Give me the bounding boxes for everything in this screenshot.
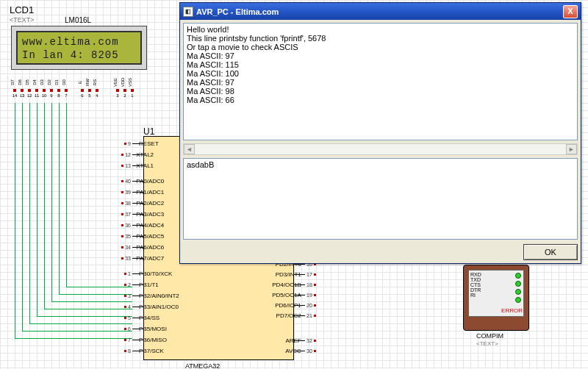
bus-wire [44, 103, 45, 309]
compim-leds [515, 273, 521, 303]
bus-wire [22, 103, 23, 331]
chip-pin-left: 7PB6/MISO [124, 337, 144, 343]
led-icon [515, 297, 521, 303]
terminal-input[interactable]: asdabB [183, 158, 578, 240]
lcd-terminals: D714D613D512D411D310D29D18D07 E6RW5RS4 V… [11, 72, 147, 98]
led-icon [515, 281, 521, 287]
chip-pin-left: 40PA0/ADC0 [121, 179, 144, 184]
chip-pin-right: PD3/INT117 [293, 272, 316, 277]
compim-pin: CTS [470, 282, 522, 287]
bus-wire [22, 331, 132, 332]
lcd-line2: In lan 4: 8205 [22, 49, 119, 61]
chip-pin-left: 36PA4/ADC4 [121, 223, 144, 228]
lcd-pin: VSS1 [129, 72, 136, 98]
terminal-output[interactable]: Hello world! This line printsby function… [183, 23, 578, 140]
chip-pin-right: PD4/OC1B18 [293, 282, 316, 287]
lcd-pin: D07 [62, 72, 70, 98]
chip-pin-left: 13XTAL1 [121, 163, 144, 168]
compim-module[interactable]: RXDTXDCTSDTRRI ERROR [463, 265, 529, 331]
compim-placeholder: <TEXT> [476, 340, 498, 347]
bus-wire [66, 103, 67, 287]
close-button[interactable]: X [563, 5, 578, 18]
chip-pin-left: 4PB3/AIN1/OC0 [124, 304, 144, 309]
bus-wire [66, 287, 132, 287]
compim-pin: RXD [470, 272, 522, 277]
app-icon: ◧ [183, 7, 193, 17]
chip-pin-left: 9RESET [124, 141, 144, 146]
chip-pin-left: 12XTAL2 [121, 152, 144, 157]
lcd-ref: LCD1 [10, 4, 34, 15]
chip-pin-right: PD5/OC1A19 [293, 293, 316, 298]
lcd-pin: RS4 [93, 72, 101, 98]
led-icon [515, 273, 521, 279]
bus-wire [15, 103, 15, 338]
chip-pin-left: 35PA5/ADC5 [121, 234, 144, 239]
bus-wire [59, 294, 132, 295]
chip-pin-left: 37PA3/ADC3 [121, 212, 144, 217]
compim-pin: RI [470, 293, 522, 298]
chip-ref: U1 [143, 126, 154, 137]
compim-pin: TXD [470, 277, 522, 282]
bus-wire [44, 309, 132, 309]
chip-pin-left: 3PB2/AIN0/INT2 [124, 293, 144, 298]
lcd-text-placeholder: <TEXT> [10, 16, 35, 24]
dialog-title: AVR_PC - Eltima.com [196, 7, 279, 16]
compim-ref: COMPIM [476, 332, 503, 340]
terminal-dialog: ◧ AVR_PC - Eltima.com X Hello world! Thi… [179, 2, 581, 264]
bus-wire [15, 338, 132, 339]
chip-pin-right: AVCC30 [293, 348, 316, 354]
chip-pin-left: 8PB7/SCK [124, 348, 144, 354]
chip-pin-left: 6PB5/MOSI [124, 326, 144, 332]
chip-pin-left: 38PA2/ADC2 [121, 201, 144, 206]
chip-pin-left: 5PB4/SS [124, 315, 144, 320]
bus-wire [37, 103, 37, 316]
lcd-part: LM016L [65, 16, 91, 24]
chip-pin-left: 39PA1/ADC1 [121, 190, 144, 195]
chip-pin-left: 34PA6/ADC6 [121, 245, 144, 250]
bus-wire [29, 103, 30, 323]
scroll-right-icon[interactable]: ► [566, 144, 577, 154]
bus-wire [29, 323, 132, 324]
chip-pin-right: PD6/ICP120 [293, 303, 316, 308]
bus-wire [51, 301, 132, 302]
chip-pin-left: 1PB0/T0/XCK [124, 271, 144, 276]
lcd-screen: www.eltima.com In lan 4: 8205 [16, 31, 142, 65]
chip-pin-right: PD7/OC221 [293, 313, 316, 318]
bus-wire [51, 103, 52, 301]
dialog-titlebar[interactable]: ◧ AVR_PC - Eltima.com X [180, 3, 581, 20]
lcd-line1: www.eltima.com [22, 36, 119, 48]
ok-button[interactable]: OK [523, 244, 578, 260]
led-icon [515, 289, 521, 295]
chip-pin-right: AREF32 [293, 338, 316, 343]
horizontal-scrollbar[interactable]: ◄ ► [183, 143, 578, 155]
chip-pin-left: 33PA7/ADC7 [121, 256, 144, 261]
compim-pin: DTR [470, 287, 522, 293]
chip-part: ATMEGA32 [185, 362, 220, 369]
chip-pin-left: 2PB1/T1 [124, 282, 144, 287]
bus-wire [37, 316, 132, 317]
bus-wire [59, 103, 60, 294]
compim-error: ERROR [501, 307, 523, 314]
scroll-left-icon[interactable]: ◄ [184, 144, 195, 154]
lcd-component[interactable]: www.eltima.com In lan 4: 8205 [11, 26, 147, 70]
